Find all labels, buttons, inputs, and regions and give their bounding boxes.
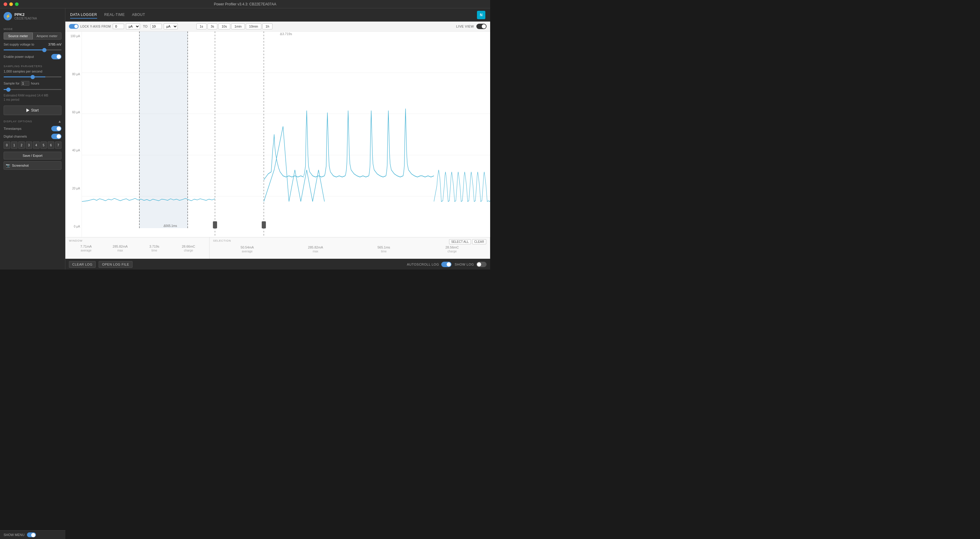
sidebar: ⚡ PPK2 CB22E7EA07AA MODE Source meter Am…: [0, 8, 65, 269]
to-label: TO: [143, 25, 148, 28]
power-output-toggle[interactable]: [51, 54, 62, 59]
lock-to-unit-select[interactable]: μAmA: [164, 23, 178, 29]
selection-time: 565.1ms time: [350, 244, 418, 253]
timestamps-toggle[interactable]: [51, 126, 62, 131]
y-label-20: 20 μA: [67, 187, 80, 190]
timestamps-row: Timestamps: [3, 126, 62, 131]
supply-voltage-label: Set supply voltage to: [3, 43, 34, 46]
source-meter-button[interactable]: Source meter: [3, 32, 33, 40]
navbar: DATA LOGGER REAL-TIME ABOUT N: [65, 8, 490, 22]
selection-stats: SELECTION SELECT ALL CLEAR 50.54mA avera…: [210, 237, 490, 259]
save-export-button[interactable]: Save / Export: [3, 152, 62, 159]
live-view-label: LIVE VIEW: [456, 25, 474, 28]
main-area: DATA LOGGER REAL-TIME ABOUT N LOCK Y-AXI…: [65, 8, 490, 269]
window-charge: 28.66mC charge: [172, 243, 206, 252]
window-title: Power Profiler v3.4.3: CB22E7EA07AA: [214, 2, 276, 6]
close-button[interactable]: [3, 2, 7, 6]
time-1h-button[interactable]: 1h: [262, 23, 272, 29]
ram-info: Estimated RAM required 14.4 MB 1 ms peri…: [3, 94, 62, 102]
lock-from-unit-select[interactable]: μAmA: [126, 23, 140, 29]
chart-body[interactable]: Δ3.719s Δ565.1ms: [82, 32, 490, 237]
window-time-label: time: [137, 249, 172, 252]
time-buttons: 1s 3s 10s 1min 10min 1h: [196, 23, 272, 29]
start-button[interactable]: Start: [3, 105, 62, 115]
voltage-slider[interactable]: [3, 49, 62, 50]
lock-from-input[interactable]: 0: [113, 24, 124, 29]
select-action-buttons: SELECT ALL CLEAR: [449, 239, 486, 244]
sample-for-slider-container[interactable]: [3, 87, 62, 91]
time-10s-button[interactable]: 10s: [218, 23, 230, 29]
live-view-toggle[interactable]: [476, 24, 487, 29]
chevron-up-icon[interactable]: ▲: [58, 119, 62, 124]
channel-btn-2[interactable]: 2: [18, 142, 25, 149]
screenshot-button[interactable]: 📷 Screenshot: [3, 161, 62, 170]
channel-btn-7[interactable]: 7: [55, 142, 62, 149]
digital-channels-row: Digital channels: [3, 134, 62, 139]
sample-rate-slider[interactable]: [3, 76, 62, 77]
open-log-file-button[interactable]: OPEN LOG FILE: [99, 261, 132, 268]
play-icon: [26, 108, 29, 112]
display-options-header: DISPLAY OPTIONS ▲: [3, 119, 62, 124]
minimize-button[interactable]: [9, 2, 13, 6]
time-3s-button[interactable]: 3s: [207, 23, 218, 29]
svg-rect-2: [213, 221, 217, 229]
sample-rate-slider-container[interactable]: [3, 74, 62, 78]
lock-y-label: LOCK Y-AXIS FROM: [80, 25, 111, 28]
window-time: 3.719s time: [137, 243, 172, 252]
channel-buttons: 0 1 2 3 4 5 6 7: [3, 142, 62, 149]
selection-max-value: 285.82mA: [282, 244, 350, 250]
chart-area: LOCK Y-AXIS FROM 0 μAmA TO 100 μAmA 1s 3…: [65, 22, 490, 269]
y-label-0: 0 μA: [67, 225, 80, 228]
channel-btn-1[interactable]: 1: [11, 142, 18, 149]
select-all-button[interactable]: SELECT ALL: [449, 239, 471, 244]
window-controls: [3, 2, 19, 6]
nav-real-time[interactable]: REAL-TIME: [104, 11, 125, 19]
channel-btn-6[interactable]: 6: [48, 142, 54, 149]
power-output-row: Enable power output: [3, 54, 62, 59]
lock-y-axis-switch[interactable]: [69, 24, 78, 29]
selection-time-label: time: [350, 250, 418, 253]
selection-stats-row: 50.54mA average 285.82mA max: [213, 244, 486, 253]
voltage-slider-container[interactable]: [3, 48, 62, 51]
show-log-label: SHOW LOG: [455, 262, 474, 266]
digital-channels-label: Digital channels: [3, 135, 27, 138]
time-10min-button[interactable]: 10min: [246, 23, 261, 29]
selection-charge: 28.56mC charge: [418, 244, 486, 253]
y-label-40: 40 μA: [67, 149, 80, 152]
sample-for-input[interactable]: [21, 81, 29, 86]
selection-max-label: max: [282, 250, 350, 253]
digital-channels-toggle[interactable]: [51, 134, 62, 139]
ampere-meter-button[interactable]: Ampere meter: [33, 32, 62, 40]
svg-rect-3: [262, 221, 266, 229]
show-log-toggle[interactable]: [476, 262, 487, 267]
chart-svg[interactable]: [82, 32, 490, 237]
y-label-80: 80 μA: [67, 73, 80, 76]
window-max: 285.82mA max: [103, 243, 137, 252]
channel-btn-4[interactable]: 4: [33, 142, 40, 149]
sampling-params-label: SAMPLING PARAMETERS: [3, 65, 62, 68]
sample-for-slider[interactable]: [3, 89, 62, 90]
channel-btn-5[interactable]: 5: [40, 142, 47, 149]
window-time-value: 3.719s: [137, 243, 172, 249]
autoscroll-toggle[interactable]: [441, 262, 452, 267]
channel-btn-3[interactable]: 3: [26, 142, 32, 149]
channel-btn-0[interactable]: 0: [3, 142, 10, 149]
window-average: 7.71mA average: [69, 243, 103, 252]
time-1s-button[interactable]: 1s: [196, 23, 207, 29]
nav-about[interactable]: ABOUT: [132, 11, 145, 19]
clear-log-button[interactable]: CLEAR LOG: [69, 261, 95, 268]
nav-data-logger[interactable]: DATA LOGGER: [70, 11, 97, 19]
clear-selection-button[interactable]: CLEAR: [472, 239, 486, 244]
maximize-button[interactable]: [15, 2, 19, 6]
chart-content[interactable]: 100 μA 80 μA 60 μA 40 μA 20 μA 0 μA Δ3.7…: [65, 32, 490, 237]
sample-rate-label: 1,000 samples per second: [3, 70, 62, 73]
mode-label: MODE: [3, 28, 62, 30]
time-1min-button[interactable]: 1min: [231, 23, 245, 29]
chart-toolbar: LOCK Y-AXIS FROM 0 μAmA TO 100 μAmA 1s 3…: [65, 22, 490, 32]
supply-voltage-value: 3785 mV: [48, 43, 62, 46]
selection-max: 285.82mA max: [282, 244, 350, 253]
y-axis: 100 μA 80 μA 60 μA 40 μA 20 μA 0 μA: [65, 32, 82, 237]
sample-for-row: Sample for hours: [3, 81, 62, 86]
lock-to-input[interactable]: 100: [151, 24, 162, 29]
window-charge-value: 28.66mC: [172, 243, 206, 249]
